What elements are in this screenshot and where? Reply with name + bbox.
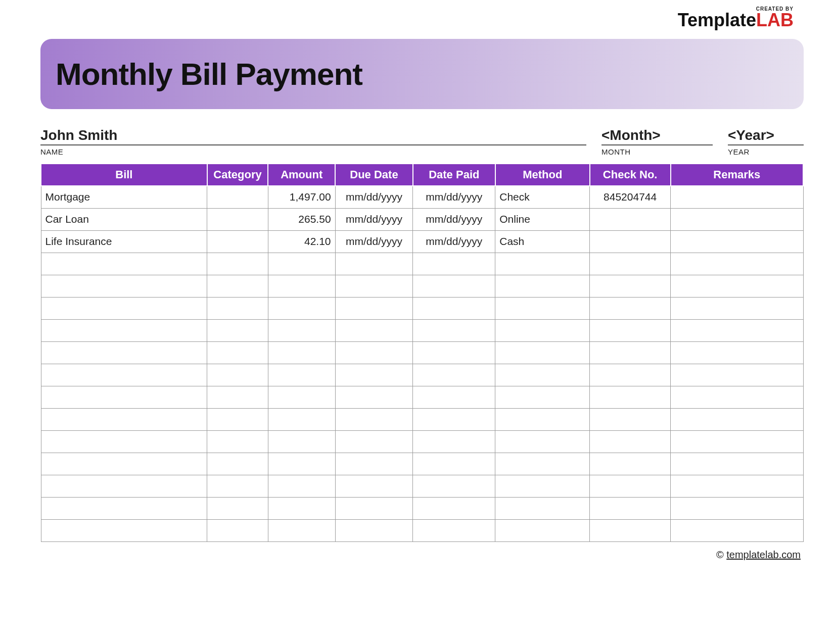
cell-due[interactable] bbox=[335, 341, 413, 364]
cell-method[interactable] bbox=[495, 275, 590, 297]
cell-amount[interactable] bbox=[268, 519, 335, 541]
cell-due[interactable] bbox=[335, 319, 413, 341]
cell-due[interactable] bbox=[335, 453, 413, 475]
cell-bill[interactable]: Car Loan bbox=[41, 208, 207, 230]
cell-remarks[interactable] bbox=[671, 319, 803, 341]
cell-bill[interactable] bbox=[41, 364, 207, 386]
cell-method[interactable] bbox=[495, 497, 590, 519]
cell-paid[interactable]: mm/dd/yyyy bbox=[413, 186, 495, 208]
cell-remarks[interactable] bbox=[671, 341, 803, 364]
cell-remarks[interactable] bbox=[671, 497, 803, 519]
cell-bill[interactable] bbox=[41, 430, 207, 453]
cell-bill[interactable] bbox=[41, 453, 207, 475]
cell-method[interactable] bbox=[495, 408, 590, 430]
cell-category[interactable] bbox=[207, 386, 268, 408]
cell-remarks[interactable] bbox=[671, 430, 803, 453]
name-value[interactable]: John Smith bbox=[40, 127, 586, 145]
cell-check[interactable] bbox=[590, 386, 671, 408]
cell-category[interactable] bbox=[207, 430, 268, 453]
cell-category[interactable] bbox=[207, 186, 268, 208]
cell-check[interactable] bbox=[590, 208, 671, 230]
cell-category[interactable] bbox=[207, 230, 268, 253]
cell-method[interactable] bbox=[495, 519, 590, 541]
cell-check[interactable] bbox=[590, 275, 671, 297]
cell-check[interactable] bbox=[590, 364, 671, 386]
cell-remarks[interactable] bbox=[671, 386, 803, 408]
cell-amount[interactable] bbox=[268, 253, 335, 275]
cell-check[interactable] bbox=[590, 297, 671, 319]
cell-check[interactable] bbox=[590, 497, 671, 519]
cell-paid[interactable] bbox=[413, 341, 495, 364]
cell-amount[interactable] bbox=[268, 408, 335, 430]
cell-paid[interactable] bbox=[413, 386, 495, 408]
cell-method[interactable]: Check bbox=[495, 186, 590, 208]
cell-paid[interactable] bbox=[413, 253, 495, 275]
cell-method[interactable]: Online bbox=[495, 208, 590, 230]
cell-paid[interactable]: mm/dd/yyyy bbox=[413, 208, 495, 230]
cell-amount[interactable] bbox=[268, 297, 335, 319]
cell-paid[interactable] bbox=[413, 364, 495, 386]
cell-method[interactable] bbox=[495, 475, 590, 497]
cell-bill[interactable]: Mortgage bbox=[41, 186, 207, 208]
cell-method[interactable] bbox=[495, 297, 590, 319]
cell-check[interactable] bbox=[590, 319, 671, 341]
cell-category[interactable] bbox=[207, 341, 268, 364]
cell-amount[interactable] bbox=[268, 497, 335, 519]
cell-remarks[interactable] bbox=[671, 297, 803, 319]
cell-check[interactable] bbox=[590, 230, 671, 253]
cell-category[interactable] bbox=[207, 208, 268, 230]
cell-category[interactable] bbox=[207, 475, 268, 497]
cell-check[interactable] bbox=[590, 408, 671, 430]
cell-method[interactable] bbox=[495, 341, 590, 364]
cell-paid[interactable] bbox=[413, 275, 495, 297]
cell-method[interactable]: Cash bbox=[495, 230, 590, 253]
cell-method[interactable] bbox=[495, 253, 590, 275]
cell-bill[interactable] bbox=[41, 253, 207, 275]
cell-remarks[interactable] bbox=[671, 275, 803, 297]
cell-due[interactable] bbox=[335, 475, 413, 497]
cell-category[interactable] bbox=[207, 497, 268, 519]
cell-check[interactable] bbox=[590, 253, 671, 275]
cell-amount[interactable]: 42.10 bbox=[268, 230, 335, 253]
cell-bill[interactable] bbox=[41, 297, 207, 319]
cell-remarks[interactable] bbox=[671, 364, 803, 386]
cell-method[interactable] bbox=[495, 430, 590, 453]
cell-remarks[interactable] bbox=[671, 519, 803, 541]
cell-bill[interactable] bbox=[41, 408, 207, 430]
cell-check[interactable] bbox=[590, 519, 671, 541]
cell-amount[interactable] bbox=[268, 386, 335, 408]
cell-category[interactable] bbox=[207, 364, 268, 386]
cell-method[interactable] bbox=[495, 319, 590, 341]
cell-amount[interactable] bbox=[268, 364, 335, 386]
cell-paid[interactable] bbox=[413, 453, 495, 475]
cell-due[interactable] bbox=[335, 253, 413, 275]
cell-paid[interactable] bbox=[413, 297, 495, 319]
cell-amount[interactable]: 1,497.00 bbox=[268, 186, 335, 208]
cell-remarks[interactable] bbox=[671, 253, 803, 275]
cell-due[interactable] bbox=[335, 275, 413, 297]
cell-paid[interactable] bbox=[413, 408, 495, 430]
year-value[interactable]: <Year> bbox=[728, 127, 804, 145]
cell-due[interactable] bbox=[335, 497, 413, 519]
cell-remarks[interactable] bbox=[671, 186, 803, 208]
cell-check[interactable] bbox=[590, 475, 671, 497]
cell-paid[interactable] bbox=[413, 519, 495, 541]
cell-bill[interactable] bbox=[41, 519, 207, 541]
cell-check[interactable] bbox=[590, 430, 671, 453]
cell-method[interactable] bbox=[495, 386, 590, 408]
cell-due[interactable] bbox=[335, 297, 413, 319]
cell-amount[interactable] bbox=[268, 475, 335, 497]
cell-category[interactable] bbox=[207, 519, 268, 541]
cell-method[interactable] bbox=[495, 364, 590, 386]
cell-remarks[interactable] bbox=[671, 453, 803, 475]
cell-category[interactable] bbox=[207, 408, 268, 430]
cell-bill[interactable] bbox=[41, 497, 207, 519]
cell-check[interactable] bbox=[590, 341, 671, 364]
cell-check[interactable] bbox=[590, 453, 671, 475]
cell-paid[interactable] bbox=[413, 430, 495, 453]
cell-category[interactable] bbox=[207, 297, 268, 319]
cell-remarks[interactable] bbox=[671, 230, 803, 253]
cell-due[interactable] bbox=[335, 430, 413, 453]
cell-check[interactable]: 845204744 bbox=[590, 186, 671, 208]
cell-remarks[interactable] bbox=[671, 208, 803, 230]
